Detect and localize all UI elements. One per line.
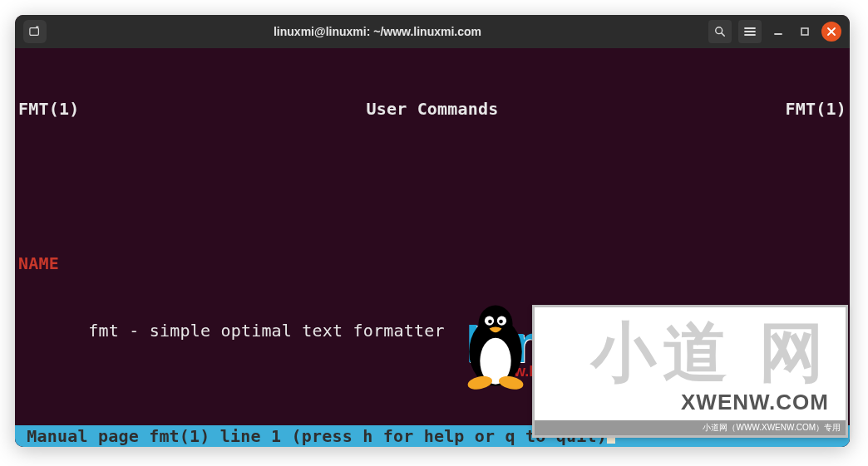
new-tab-button[interactable]: [23, 20, 47, 43]
hamburger-icon: [744, 27, 756, 37]
close-icon: [826, 27, 836, 37]
section-name: NAME: [18, 253, 846, 275]
svg-rect-0: [30, 28, 39, 36]
maximize-icon: [800, 27, 810, 37]
watermark-xwenw-box: 小道 网 XWENW.COM 小道网（WWW.XWENW.COM）专用: [532, 305, 848, 438]
search-icon: [714, 26, 726, 37]
titlebar: linuxmi@linuxmi: ~/www.linuxmi.com: [15, 15, 850, 48]
close-button[interactable]: [821, 22, 841, 42]
man-header-line: FMT(1) User Commands FMT(1): [18, 98, 846, 120]
maximize-button[interactable]: [795, 22, 815, 42]
watermark-xwenw: XWENW.COM: [681, 390, 829, 415]
watermark-footer: 小道网（WWW.XWENW.COM）专用: [535, 420, 846, 435]
titlebar-left: [23, 20, 47, 43]
minimize-icon: [773, 27, 783, 37]
new-tab-icon: [29, 26, 41, 37]
svg-rect-9: [801, 28, 808, 35]
svg-line-4: [722, 33, 725, 37]
watermark-xiaodao: 小道 网: [591, 310, 831, 397]
titlebar-right: [708, 20, 841, 43]
status-text: Manual page fmt(1) line 1 (press h for h…: [27, 426, 607, 446]
menu-button[interactable]: [738, 20, 762, 43]
window-title: linuxmi@linuxmi: ~/www.linuxmi.com: [53, 25, 702, 38]
minimize-button[interactable]: [768, 22, 788, 42]
search-button[interactable]: [708, 20, 732, 43]
man-header-center: User Commands: [79, 98, 785, 120]
man-header-left: FMT(1): [18, 98, 79, 120]
man-header-right: FMT(1): [786, 98, 846, 120]
